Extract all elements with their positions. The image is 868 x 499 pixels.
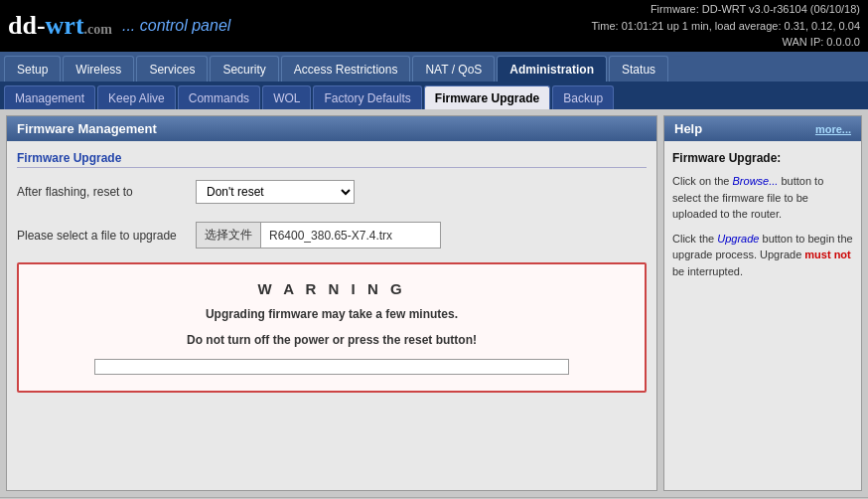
tab-administration[interactable]: Administration bbox=[497, 56, 607, 82]
help-body: Firmware Upgrade: Click on the Browse...… bbox=[664, 141, 861, 295]
panel-title: Firmware Management bbox=[7, 116, 656, 141]
tab-factory-defaults[interactable]: Factory Defaults bbox=[313, 85, 421, 109]
control-panel-label: ... control panel bbox=[122, 17, 230, 35]
firmware-version: Firmware: DD-WRT v3.0-r36104 (06/10/18) bbox=[592, 1, 861, 18]
help-more-link[interactable]: more... bbox=[815, 123, 851, 135]
tab-security[interactable]: Security bbox=[210, 56, 278, 82]
reset-row: After flashing, reset to Don't reset Res… bbox=[17, 176, 647, 208]
logo-area: dd-wrt.com ... control panel bbox=[8, 11, 230, 41]
file-input-area: 选择文件 R6400_380.65-X7.4.trx bbox=[196, 222, 441, 249]
wan-ip: WAN IP: 0.0.0.0 bbox=[592, 34, 861, 51]
warning-title: W A R N I N G bbox=[35, 280, 629, 297]
file-control: 选择文件 R6400_380.65-X7.4.trx bbox=[196, 222, 441, 249]
warning-box: W A R N I N G Upgrading firmware may tak… bbox=[17, 262, 647, 393]
tab-firmware-upgrade[interactable]: Firmware Upgrade bbox=[424, 85, 550, 109]
header: dd-wrt.com ... control panel Firmware: D… bbox=[0, 0, 868, 52]
panel-body: Firmware Upgrade After flashing, reset t… bbox=[7, 141, 656, 413]
main-panel: Firmware Management Firmware Upgrade Aft… bbox=[6, 115, 657, 491]
warning-line2: Do not turn off the power or press the r… bbox=[35, 333, 629, 347]
tab-status[interactable]: Status bbox=[609, 56, 668, 82]
tab-wireless[interactable]: Wireless bbox=[63, 56, 134, 82]
tab-access-restrictions[interactable]: Access Restrictions bbox=[281, 56, 411, 82]
tab-services[interactable]: Services bbox=[136, 56, 208, 82]
tab-commands[interactable]: Commands bbox=[178, 85, 260, 109]
reset-control: Don't reset Reset to defaults bbox=[196, 180, 355, 204]
help-title: Help bbox=[674, 121, 702, 136]
tab-backup[interactable]: Backup bbox=[552, 85, 614, 109]
file-label: Please select a file to upgrade bbox=[17, 229, 196, 243]
uptime-info: Time: 01:01:21 up 1 min, load average: 0… bbox=[592, 18, 861, 35]
header-info: Firmware: DD-WRT v3.0-r36104 (06/10/18) … bbox=[592, 1, 861, 51]
help-para2: Click the Upgrade button to begin the up… bbox=[672, 231, 853, 280]
help-para1: Click on the Browse... button to select … bbox=[672, 173, 853, 223]
nav-tabs-secondary: Management Keep Alive Commands WOL Facto… bbox=[0, 82, 868, 109]
progress-bar bbox=[94, 359, 569, 375]
reset-dropdown[interactable]: Don't reset Reset to defaults bbox=[196, 180, 355, 204]
file-row: Please select a file to upgrade 选择文件 R64… bbox=[17, 218, 647, 252]
logo: dd-wrt.com bbox=[8, 11, 112, 41]
tab-setup[interactable]: Setup bbox=[4, 56, 61, 82]
tab-wol[interactable]: WOL bbox=[262, 85, 311, 109]
tab-keep-alive[interactable]: Keep Alive bbox=[97, 85, 176, 109]
tab-management[interactable]: Management bbox=[4, 85, 95, 109]
file-name-display: R6400_380.65-X7.4.trx bbox=[261, 225, 440, 247]
help-panel: Help more... Firmware Upgrade: Click on … bbox=[663, 115, 862, 491]
file-browse-button[interactable]: 选择文件 bbox=[197, 223, 261, 248]
nav-tabs-primary: Setup Wireless Services Security Access … bbox=[0, 52, 868, 82]
tab-nat-qos[interactable]: NAT / QoS bbox=[412, 56, 495, 82]
content-area: Firmware Management Firmware Upgrade Aft… bbox=[0, 109, 868, 497]
reset-label: After flashing, reset to bbox=[17, 185, 196, 199]
section-title: Firmware Upgrade bbox=[17, 151, 647, 168]
help-section-title: Firmware Upgrade: bbox=[672, 149, 853, 167]
warning-line1: Upgrading firmware may take a few minute… bbox=[35, 307, 629, 321]
help-header: Help more... bbox=[664, 116, 861, 141]
